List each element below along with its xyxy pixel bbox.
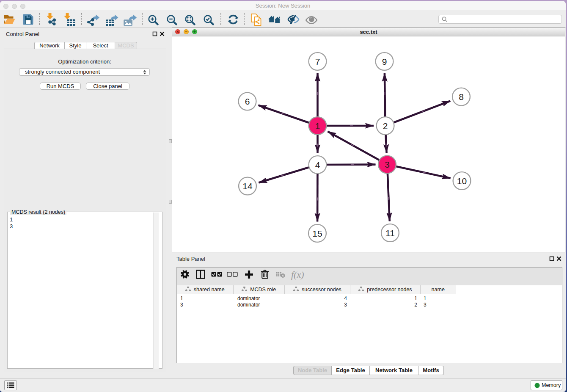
- svg-text:8: 8: [459, 92, 464, 102]
- svg-text:6: 6: [245, 97, 250, 106]
- svg-text:2: 2: [383, 121, 388, 131]
- svg-text:14: 14: [242, 181, 253, 191]
- svg-text:4: 4: [315, 160, 320, 170]
- svg-text:3: 3: [385, 160, 390, 169]
- svg-text:7: 7: [315, 57, 320, 66]
- svg-text:10: 10: [457, 176, 467, 186]
- svg-text:15: 15: [312, 229, 322, 238]
- svg-text:9: 9: [382, 57, 387, 66]
- svg-text:11: 11: [385, 228, 395, 238]
- svg-text:1: 1: [315, 121, 320, 131]
